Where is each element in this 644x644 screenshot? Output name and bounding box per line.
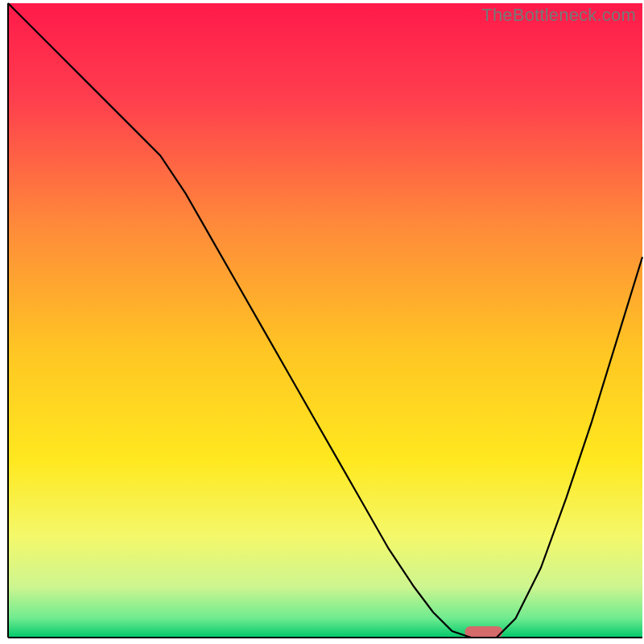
watermark-text: TheBottleneck.com: [481, 5, 636, 26]
chart-canvas: [0, 0, 644, 644]
bottleneck-chart: TheBottleneck.com: [0, 0, 644, 644]
